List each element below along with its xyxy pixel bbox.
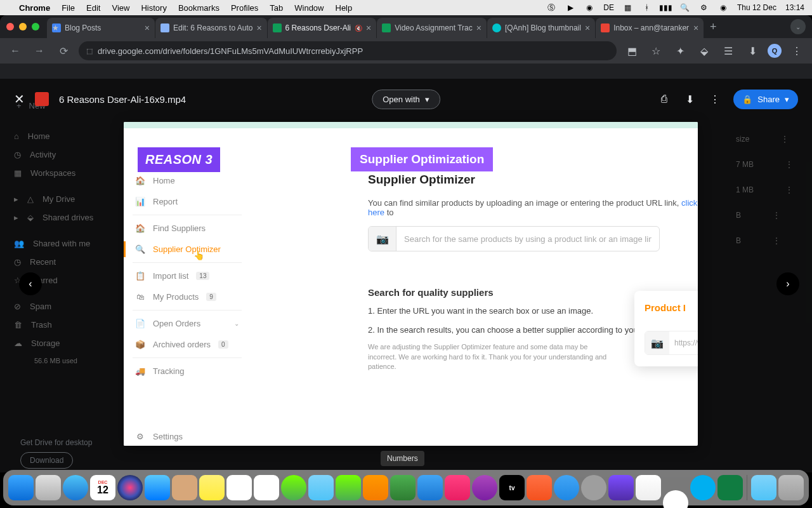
dock-settings[interactable] — [581, 475, 606, 500]
minimize-window-button[interactable] — [19, 23, 27, 30]
bluetooth-icon[interactable]: ᚼ — [642, 3, 652, 13]
menu-tab[interactable]: Tab — [270, 3, 283, 13]
chrome-menu-icon[interactable]: ⋮ — [788, 42, 806, 60]
close-tab-icon[interactable]: × — [585, 23, 590, 33]
prev-file-button[interactable]: ‹ — [19, 272, 42, 295]
sidebar-item-activity[interactable]: ◷Activity — [5, 145, 138, 164]
dock-downloads-folder[interactable] — [751, 475, 776, 500]
more-icon[interactable]: ⋮ — [773, 211, 780, 220]
camera-icon[interactable]: 📷 — [645, 331, 669, 354]
dock-facetime[interactable] — [336, 475, 361, 500]
dock-siri[interactable] — [117, 475, 143, 500]
next-file-button[interactable]: › — [776, 272, 799, 295]
spotlight-icon[interactable]: 🔍 — [680, 3, 690, 13]
nav-report[interactable]: 📊Report — [124, 191, 251, 212]
extension-icon[interactable]: ✦ — [671, 42, 689, 60]
dock-airmail[interactable] — [636, 475, 661, 500]
tab-blog-posts[interactable]: ★ Blog Posts × — [47, 18, 155, 38]
sidebar-item-spam[interactable]: ⊘Spam — [5, 297, 138, 316]
record-icon[interactable]: ◉ — [584, 3, 594, 13]
nav-open-orders[interactable]: 📄Open Orders⌄ — [124, 313, 251, 334]
sidebar-item-shared-drives[interactable]: ▸⬙Shared drives — [5, 208, 138, 227]
tab-edit-reasons[interactable]: Edit: 6 Reasons to Auto × — [155, 18, 267, 38]
close-tab-icon[interactable]: × — [145, 23, 150, 33]
menubar-time[interactable]: 13:14 — [785, 3, 804, 12]
close-tab-icon[interactable]: × — [256, 23, 261, 33]
maximize-window-button[interactable] — [32, 23, 39, 30]
sidebar-item-shared-with-me[interactable]: 👥Shared with me — [5, 234, 138, 253]
install-app-icon[interactable]: ⬒ — [623, 42, 641, 60]
more-icon[interactable]: ⋮ — [785, 160, 793, 169]
site-info-icon[interactable]: ⬚ — [86, 47, 93, 55]
skype-status-icon[interactable]: Ⓢ — [546, 3, 556, 13]
dock-launchpad[interactable] — [36, 475, 61, 500]
dock-finder[interactable] — [8, 475, 34, 500]
download-icon[interactable]: ⬇ — [683, 92, 697, 106]
siri-icon[interactable]: ◉ — [718, 3, 728, 13]
bookmark-icon[interactable]: ☆ — [647, 42, 665, 60]
dock-podcasts[interactable] — [472, 475, 497, 500]
layout-icon[interactable]: ▦ — [623, 3, 633, 13]
reload-button[interactable]: ⟳ — [55, 42, 72, 60]
menu-bookmarks[interactable]: Bookmarks — [178, 3, 219, 13]
download-button[interactable]: Download — [20, 452, 73, 469]
more-icon[interactable]: ⋮ — [785, 185, 793, 194]
dock-tv[interactable]: tv — [499, 475, 525, 500]
nav-find-suppliers[interactable]: 🏠Find Suppliers — [124, 218, 251, 239]
nav-settings[interactable]: ⚙Settings — [124, 426, 251, 446]
dock-pages[interactable] — [363, 475, 388, 500]
sidebar-item-trash[interactable]: 🗑Trash — [5, 316, 138, 334]
menubar-app-name[interactable]: Chrome — [19, 3, 50, 13]
forward-button[interactable]: → — [30, 42, 48, 60]
dock-safari[interactable] — [63, 475, 88, 500]
menu-edit[interactable]: Edit — [86, 3, 100, 13]
nav-home[interactable]: 🏠Home — [124, 170, 251, 191]
menu-help[interactable]: Help — [336, 3, 353, 13]
menu-window[interactable]: Window — [294, 3, 324, 13]
close-tab-icon[interactable]: × — [693, 23, 698, 33]
tab-blog-thumbnail[interactable]: [QAnh] Blog thumbnail × — [487, 18, 595, 38]
menu-history[interactable]: History — [141, 3, 166, 13]
print-icon[interactable]: ⎙ — [657, 92, 671, 106]
sidebar-item-mydrive[interactable]: ▸△My Drive — [5, 190, 138, 208]
reading-list-icon[interactable]: ☰ — [719, 42, 737, 60]
nav-import-list[interactable]: 📋Import list13 — [124, 265, 251, 286]
tab-list-button[interactable]: ⌄ — [790, 19, 806, 34]
dock-keynote[interactable] — [417, 475, 443, 500]
menu-view[interactable]: View — [112, 3, 129, 13]
input-lang[interactable]: DE — [603, 3, 614, 12]
dock-books[interactable] — [527, 475, 552, 500]
video-preview-frame[interactable]: REASON 3 🏠Home 📊Report 🏠Find Suppliers 🔍… — [124, 122, 698, 446]
tab-6-reasons-dser[interactable]: 6 Reasons Dser-Ali 🔇 × — [268, 18, 377, 38]
dock-maps[interactable] — [308, 475, 334, 500]
more-icon[interactable]: ⋮ — [781, 135, 789, 144]
dock-photos[interactable] — [254, 475, 279, 500]
nav-my-products[interactable]: 🛍My Products9 — [124, 286, 251, 307]
sidebar-item-home[interactable]: ⌂Home — [5, 127, 138, 145]
dock-excel[interactable] — [717, 475, 743, 500]
dock-messages[interactable] — [281, 475, 306, 500]
dock-music[interactable] — [445, 475, 470, 500]
dock-contacts[interactable] — [172, 475, 197, 500]
menubar-date[interactable]: Thu 12 Dec — [737, 3, 776, 12]
nav-supplier-optimizer[interactable]: 🔍Supplier Optimizer — [124, 239, 251, 260]
dock-chrome[interactable] — [663, 490, 688, 508]
address-bar[interactable]: ⬚ drive.google.com/drive/folders/1GNFuLM… — [79, 41, 617, 60]
dock-trash[interactable] — [778, 475, 804, 500]
more-actions-icon[interactable]: ⋮ — [708, 92, 722, 106]
nav-archived-orders[interactable]: 📦Archived orders0 — [124, 334, 251, 355]
downloads-icon[interactable]: ⬇ — [743, 42, 761, 60]
close-window-button[interactable] — [6, 23, 14, 30]
dock-skype[interactable] — [690, 475, 716, 500]
dock-numbers[interactable] — [390, 475, 416, 500]
menu-profiles[interactable]: Profiles — [231, 3, 258, 13]
dock-notes[interactable] — [199, 475, 225, 500]
open-with-button[interactable]: Open with ▾ — [372, 90, 440, 109]
tab-inbox[interactable]: Inbox – ann@taranker × — [596, 18, 704, 38]
dock-reminders[interactable] — [226, 475, 252, 500]
product-search-input[interactable] — [396, 234, 659, 244]
dock-calendar[interactable]: DEC12 — [90, 475, 115, 500]
more-icon[interactable]: ⋮ — [773, 236, 780, 245]
close-tab-icon[interactable]: × — [476, 23, 481, 33]
profile-avatar[interactable]: Q — [768, 44, 782, 58]
